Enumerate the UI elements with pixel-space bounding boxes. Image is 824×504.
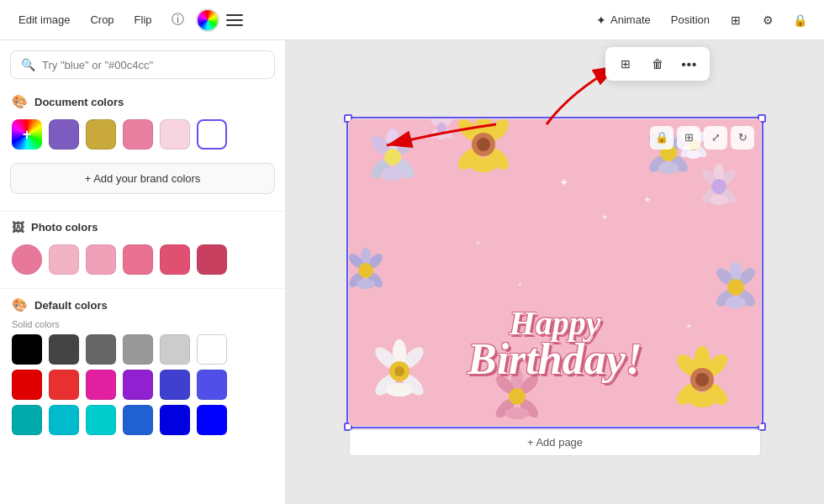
svg-point-35 <box>710 195 728 205</box>
birthday-text: Happy Birthday! <box>467 303 642 384</box>
svg-point-29 <box>714 164 724 182</box>
svg-point-65 <box>509 388 526 405</box>
svg-point-12 <box>470 157 497 172</box>
refresh-canvas-button[interactable]: ↻ <box>731 126 754 150</box>
grid-swatch-lightgray[interactable] <box>160 334 190 365</box>
grid-swatch-red[interactable] <box>12 370 42 400</box>
photo-icon: 🖼 <box>12 220 24 234</box>
add-color-button[interactable]: + <box>12 119 42 150</box>
svg-point-47 <box>393 339 406 366</box>
photo-swatch-2[interactable] <box>49 244 79 275</box>
doc-swatch-3[interactable] <box>123 119 153 150</box>
grid-swatch-navyblue[interactable] <box>197 405 227 435</box>
document-colors-row: + <box>0 114 285 160</box>
svg-point-79 <box>736 286 758 309</box>
doc-swatch-5[interactable] <box>197 119 227 150</box>
grid-swatch-cyan[interactable] <box>49 405 79 435</box>
svg-point-74 <box>690 368 714 391</box>
settings-button[interactable]: ⚙ <box>753 6 782 34</box>
svg-point-77 <box>736 265 758 287</box>
photo-swatch-3[interactable] <box>86 244 116 275</box>
svg-point-94 <box>438 119 445 125</box>
grid-swatch-gray[interactable] <box>86 334 116 365</box>
flip-button[interactable]: Flip <box>126 8 161 31</box>
lock-canvas-button[interactable]: 🔒 <box>650 126 673 150</box>
svg-point-44 <box>686 150 701 159</box>
svg-point-91 <box>357 279 375 289</box>
svg-point-72 <box>689 392 716 407</box>
info-button[interactable]: ⓘ <box>164 6 193 34</box>
grid-swatch-white[interactable] <box>197 334 227 365</box>
grid-button[interactable]: ⊞ <box>721 6 750 34</box>
grid-swatch-royalblue[interactable] <box>123 405 153 435</box>
canvas-icons: 🔒 ⊞ ⤢ ↻ <box>650 126 754 150</box>
svg-point-9 <box>384 149 401 165</box>
svg-point-70 <box>695 346 710 373</box>
color-grid-row-3 <box>12 405 273 435</box>
svg-point-55 <box>389 361 409 381</box>
photo-swatch-4[interactable] <box>123 244 153 275</box>
svg-point-0 <box>384 149 401 165</box>
grid-swatch-black[interactable] <box>12 334 42 365</box>
grid-swatch-teal[interactable] <box>12 405 42 435</box>
default-icon: 🎨 <box>12 297 28 312</box>
svg-point-15 <box>454 144 483 173</box>
svg-point-17 <box>454 119 483 145</box>
grid-swatch-turq[interactable] <box>86 405 116 435</box>
svg-point-92 <box>349 250 367 270</box>
add-brand-label: + Add your brand colors <box>85 172 201 185</box>
color-wheel-button[interactable] <box>196 8 219 32</box>
svg-point-90 <box>349 269 367 289</box>
add-page-bar[interactable]: + Add page <box>349 429 761 456</box>
doc-swatch-4[interactable] <box>160 119 190 150</box>
grid-swatch-coral[interactable] <box>49 370 79 400</box>
photo-swatch-6[interactable] <box>197 244 227 275</box>
svg-point-84 <box>727 279 744 296</box>
grid-swatch-medgray[interactable] <box>123 334 153 365</box>
animate-button[interactable]: ✦ Animate <box>588 8 659 32</box>
divider-1 <box>0 211 285 212</box>
lock-button[interactable]: 🔒 <box>785 6 814 34</box>
svg-point-88 <box>365 269 385 289</box>
svg-text:✦: ✦ <box>517 281 523 289</box>
grid-swatch-blue[interactable] <box>160 370 190 400</box>
photo-swatch-1[interactable] <box>12 244 42 275</box>
edit-image-button[interactable]: Edit image <box>10 8 78 31</box>
svg-point-34 <box>700 185 720 205</box>
svg-point-96 <box>436 133 447 139</box>
birthday-card: ✦ ✦ ✦ ✦ ✦ ✦ Happy Birthday! <box>349 119 761 426</box>
photo-swatch-5[interactable] <box>160 244 190 275</box>
add-brand-colors-button[interactable]: + Add your brand colors <box>10 163 275 194</box>
grid-swatch-purple[interactable] <box>123 370 153 400</box>
svg-point-76 <box>730 262 742 282</box>
grid-swatch-darkblue[interactable] <box>160 405 190 435</box>
doc-swatch-2[interactable] <box>86 119 116 150</box>
expand-canvas-button[interactable]: ⤢ <box>704 126 727 150</box>
photo-colors-row <box>0 239 285 285</box>
flip-label: Flip <box>135 13 152 26</box>
grid-swatch-pink[interactable] <box>86 370 116 400</box>
doc-swatch-1[interactable] <box>49 119 79 150</box>
delete-element-button[interactable]: 🗑 <box>644 50 671 77</box>
search-input[interactable] <box>42 59 264 71</box>
copy-element-button[interactable]: ⊞ <box>612 50 639 77</box>
default-colors-label: Default colors <box>34 299 108 312</box>
svg-text:✦: ✦ <box>643 194 652 206</box>
lines-menu-button[interactable] <box>223 11 246 29</box>
duplicate-canvas-button[interactable]: ⊞ <box>677 126 700 150</box>
svg-point-22 <box>658 162 679 174</box>
edit-image-label: Edit image <box>18 13 70 26</box>
svg-point-1 <box>386 129 399 152</box>
svg-point-11 <box>483 119 512 145</box>
svg-text:✦: ✦ <box>601 213 608 222</box>
grid-swatch-indigo[interactable] <box>197 370 227 400</box>
position-label: Position <box>671 13 710 26</box>
svg-point-7 <box>381 167 404 181</box>
crop-button[interactable]: Crop <box>82 8 122 31</box>
more-options-button[interactable]: ••• <box>676 50 703 77</box>
default-colors-header: 🎨 Default colors <box>0 292 285 318</box>
grid-swatch-darkgray[interactable] <box>49 334 79 365</box>
svg-point-83 <box>714 265 737 287</box>
position-button[interactable]: Position <box>663 8 718 31</box>
search-bar[interactable]: 🔍 <box>10 50 275 79</box>
